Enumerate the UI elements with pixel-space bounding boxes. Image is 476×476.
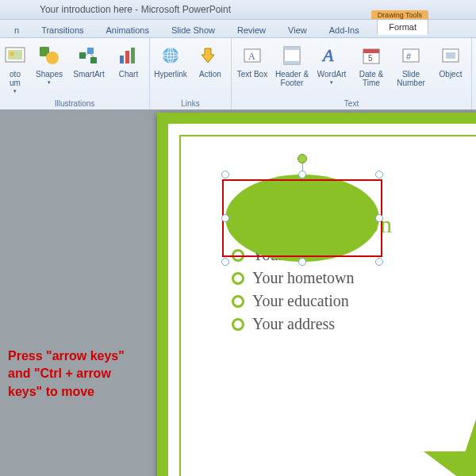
context-group-label: Drawing Tools (371, 10, 428, 19)
group-label: Illustrations (55, 99, 95, 109)
group-symbols: π Equation ▾ Ω Sy Symbols (472, 38, 476, 109)
svg-text:A: A (248, 51, 255, 62)
resize-handle[interactable] (375, 171, 383, 178)
group-label: Links (181, 99, 199, 109)
svg-text:5: 5 (368, 54, 373, 63)
resize-handle[interactable] (298, 171, 306, 178)
header-footer-button[interactable]: Header & Footer (274, 43, 309, 87)
resize-handle[interactable] (375, 214, 383, 222)
group-links: Hyperlink Action Links (150, 38, 232, 109)
svg-rect-19 (284, 61, 300, 64)
bullet-icon (232, 272, 244, 285)
wordart-icon: A (319, 43, 344, 68)
bullet-icon (232, 318, 244, 331)
rotation-handle[interactable] (298, 154, 307, 163)
textbox-button[interactable]: A Text Box (235, 43, 270, 79)
svg-rect-8 (120, 56, 124, 63)
dropdown-icon: ▾ (13, 88, 17, 94)
svg-rect-7 (90, 57, 97, 63)
group-label: Text (344, 99, 359, 109)
bullet-icon (232, 295, 244, 308)
slide-workspace[interactable]: on Your name Your hometown Your educatio… (0, 109, 476, 476)
svg-point-2 (10, 52, 14, 56)
chart-button[interactable]: Chart (111, 43, 146, 79)
textbox-icon: A (240, 43, 265, 68)
ribbon: oto um ▾ Shapes ▾ SmartArt Char (0, 38, 476, 110)
resize-handle[interactable] (375, 258, 383, 266)
photo-album-icon (2, 43, 28, 68)
svg-rect-27 (446, 52, 455, 59)
slide-number-button[interactable]: # Slide Number (393, 43, 428, 87)
svg-rect-18 (284, 47, 300, 50)
tab-addins[interactable]: Add-Ins (318, 23, 370, 37)
tab-review[interactable]: Review (226, 23, 277, 37)
window-title: Your introduction here - Microsoft Power… (40, 4, 231, 15)
ribbon-tabs: n Transitions Animations Slide Show Revi… (0, 20, 476, 38)
svg-text:A: A (321, 45, 334, 65)
action-icon (198, 43, 223, 68)
action-button[interactable]: Action (193, 43, 228, 79)
hyperlink-icon (158, 43, 183, 68)
svg-marker-30 (424, 413, 476, 477)
annotation-tip: Press "arrow keys" and "Ctrl + arrow key… (8, 347, 147, 401)
svg-marker-14 (202, 48, 214, 63)
photo-album-button[interactable]: oto um ▾ (3, 43, 27, 94)
star-shape[interactable] (419, 406, 476, 476)
shapes-icon (36, 43, 62, 68)
resize-handle[interactable] (221, 258, 229, 266)
resize-handle[interactable] (298, 258, 306, 266)
svg-point-4 (46, 52, 59, 64)
dropdown-icon: ▾ (48, 79, 51, 86)
dropdown-icon: ▾ (330, 79, 333, 86)
svg-rect-9 (125, 51, 129, 63)
header-footer-icon (279, 43, 305, 68)
smartart-button[interactable]: SmartArt (71, 43, 106, 79)
selected-ellipse-shape[interactable] (225, 175, 379, 262)
annotation-rectangle (222, 179, 382, 257)
tab-transitions[interactable]: Transitions (30, 23, 94, 37)
tab-partial[interactable]: n (3, 23, 30, 37)
smartart-icon (76, 43, 102, 68)
wordart-button[interactable]: A WordArt ▾ (314, 43, 349, 86)
hyperlink-button[interactable]: Hyperlink (153, 43, 188, 79)
tab-animations[interactable]: Animations (95, 23, 160, 37)
shapes-button[interactable]: Shapes ▾ (32, 43, 67, 86)
chart-icon (116, 43, 141, 68)
list-item: Your education (232, 292, 355, 310)
group-illustrations: oto um ▾ Shapes ▾ SmartArt Char (0, 38, 150, 109)
date-time-icon: 5 (359, 43, 384, 68)
slide-number-icon: # (398, 43, 424, 68)
object-icon (438, 43, 463, 68)
list-item: Your address (232, 315, 355, 333)
group-text: A Text Box Header & Footer A WordArt ▾ 5 (232, 38, 472, 109)
list-item: Your hometown (232, 269, 355, 287)
contextual-tab[interactable]: Drawing Tools (371, 0, 428, 19)
resize-handle[interactable] (221, 214, 229, 222)
svg-text:#: # (406, 52, 412, 61)
resize-handle[interactable] (221, 171, 229, 178)
slide[interactable]: on Your name Your hometown Your educatio… (157, 113, 476, 476)
date-time-button[interactable]: 5 Date & Time (354, 43, 389, 87)
svg-rect-22 (363, 49, 379, 53)
svg-rect-5 (79, 52, 86, 59)
tab-format[interactable]: Format (377, 19, 428, 35)
tab-view[interactable]: View (277, 23, 318, 37)
svg-rect-10 (131, 48, 135, 63)
object-button[interactable]: Object (433, 43, 468, 79)
tab-slideshow[interactable]: Slide Show (160, 23, 226, 37)
